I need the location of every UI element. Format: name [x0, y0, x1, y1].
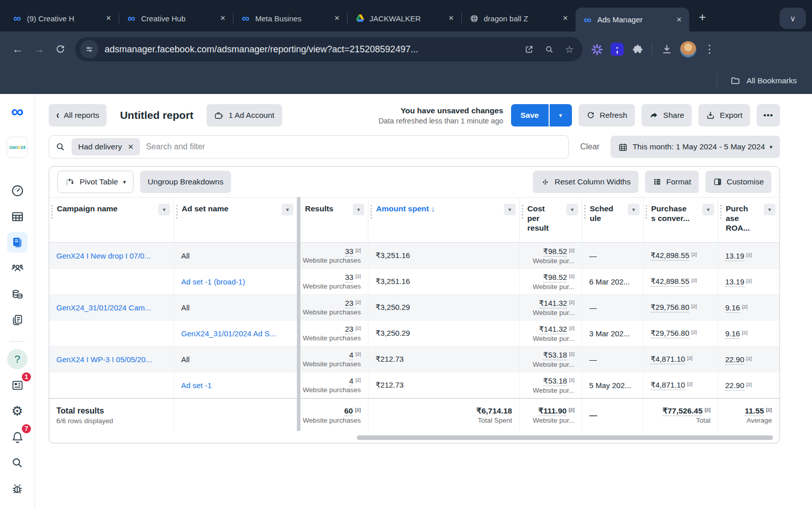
column-header-schedule[interactable]: Schedule ▾	[582, 198, 643, 242]
browser-menu-kebab-icon[interactable]: ⋮	[699, 39, 720, 60]
column-drag-handle[interactable]	[522, 204, 523, 220]
sidebar-item-report-bug[interactable]	[7, 479, 27, 499]
metric-value[interactable]: ₹98.52	[543, 273, 567, 282]
column-label[interactable]: Purchase ROA...	[726, 204, 750, 233]
metric-value[interactable]: 22.90	[725, 381, 745, 391]
new-tab-button[interactable]: +	[692, 7, 713, 27]
metric-value[interactable]: 13.19	[725, 277, 745, 287]
save-button[interactable]: Save	[511, 104, 549, 126]
column-header-campaign[interactable]: Campaign name ▾	[49, 198, 174, 242]
save-options-caret[interactable]: ▾	[550, 104, 572, 126]
metric-value[interactable]: ₹4,871.10	[651, 355, 685, 364]
tab-close-icon[interactable]: ×	[673, 14, 685, 26]
tab-close-icon[interactable]: ×	[445, 12, 457, 24]
column-drag-handle[interactable]	[720, 204, 722, 220]
all-reports-back-button[interactable]: ‹ All reports	[49, 104, 107, 126]
campaign-link[interactable]: GenX24 I WP-3 I 05/05/20...	[56, 355, 166, 364]
column-drag-handle[interactable]	[646, 204, 647, 220]
metric-value[interactable]: 9.16	[725, 329, 740, 339]
metric-value[interactable]: ₹53.18	[543, 351, 567, 360]
browser-tab[interactable]: ∞ Meta Busines ×	[233, 8, 347, 29]
metric-value[interactable]: 33	[345, 273, 354, 282]
column-header-cost-per-result[interactable]: Cost per result ▾	[519, 198, 582, 242]
metric-value[interactable]: 4	[349, 376, 353, 386]
metric-value[interactable]: 13.19	[725, 251, 745, 261]
column-header-purchases-conversion[interactable]: Purchases conver... ▾	[643, 198, 718, 242]
column-drag-handle[interactable]	[584, 204, 586, 220]
adset-link[interactable]: GenX24_31/01/2024 Ad S...	[181, 329, 290, 338]
adset-link[interactable]: Ad set -1 (broad-1)	[181, 277, 290, 286]
sidebar-item-audiences[interactable]	[7, 258, 27, 278]
column-menu-chevron-icon[interactable]: ▾	[353, 204, 364, 215]
remove-filter-icon[interactable]: ×	[128, 142, 133, 152]
profile-avatar[interactable]	[678, 39, 699, 60]
column-menu-chevron-icon[interactable]: ▾	[282, 204, 293, 215]
tab-search-button[interactable]: ∨	[780, 8, 806, 29]
metric-value[interactable]: 33	[345, 247, 354, 257]
tab-close-icon[interactable]: ×	[331, 12, 343, 24]
column-header-purchase-roas[interactable]: Purchase ROA... ▾	[718, 198, 779, 242]
browser-tab[interactable]: ∞ (9) Creative H ×	[5, 8, 119, 29]
address-bar[interactable]: adsmanager.facebook.com/adsmanager/repor…	[75, 37, 583, 61]
reset-column-widths-button[interactable]: Reset Column Widths	[533, 171, 638, 193]
meta-logo[interactable]: ∞	[11, 102, 23, 120]
ad-account-selector[interactable]: 1 Ad Account	[207, 104, 282, 126]
loom-extension-icon[interactable]	[587, 39, 607, 59]
column-drag-handle[interactable]	[51, 204, 53, 220]
open-in-new-icon[interactable]	[520, 40, 538, 58]
frozen-column-divider[interactable]	[297, 197, 300, 431]
account-avatar[interactable]: GenX24	[7, 137, 28, 158]
metric-value[interactable]: ₹29,756.80	[651, 329, 689, 338]
pivot-table-selector[interactable]: Pivot Table ▾	[57, 171, 133, 193]
metric-value[interactable]: 9.16	[725, 303, 740, 313]
url-text[interactable]: adsmanager.facebook.com/adsmanager/repor…	[100, 44, 518, 55]
metric-value[interactable]: ₹141.32	[539, 299, 567, 308]
semicolon-extension-icon[interactable]: ;	[607, 39, 627, 59]
metric-value[interactable]: ₹77,526.45	[663, 406, 703, 416]
share-button[interactable]: Share	[641, 104, 692, 126]
back-button[interactable]: ←	[7, 39, 28, 60]
downloads-button[interactable]	[656, 39, 678, 60]
customise-button[interactable]: Customise	[705, 171, 771, 193]
more-options-button[interactable]: •••	[757, 104, 780, 126]
sidebar-item-overview[interactable]	[7, 180, 27, 201]
column-header-amount-spent[interactable]: Amount spent ↓ ▾	[368, 198, 519, 242]
adset-link[interactable]: Ad set -1	[181, 381, 290, 390]
sidebar-item-updates[interactable]: 1	[7, 375, 27, 395]
metric-value[interactable]: ₹4,871.10	[651, 380, 685, 390]
campaign-link[interactable]: GenX24 I New drop I 07/0...	[56, 251, 166, 260]
column-label[interactable]: Ad set name	[182, 204, 228, 213]
metric-value[interactable]: ₹98.52	[543, 247, 567, 257]
export-button[interactable]: Export	[698, 104, 750, 126]
metric-value[interactable]: 23	[345, 325, 354, 334]
sidebar-item-campaigns[interactable]	[7, 206, 27, 227]
forward-button[interactable]: →	[28, 39, 50, 60]
reload-button[interactable]	[50, 39, 71, 60]
column-label[interactable]: Results	[305, 204, 333, 213]
sidebar-item-notifications[interactable]: 7	[7, 427, 27, 447]
refresh-button[interactable]: Refresh	[579, 104, 635, 126]
column-label[interactable]: Campaign name	[57, 204, 118, 213]
column-label[interactable]: Schedule	[590, 204, 615, 223]
column-menu-chevron-icon[interactable]: ▾	[702, 204, 714, 215]
column-label[interactable]: Cost per result	[527, 204, 556, 233]
browser-tab-active[interactable]: ∞ Ads Manager ×	[576, 8, 689, 31]
column-menu-chevron-icon[interactable]: ▾	[504, 204, 516, 215]
column-menu-chevron-icon[interactable]: ▾	[566, 204, 578, 215]
sidebar-item-settings[interactable]: ⚙	[7, 401, 27, 421]
tab-close-icon[interactable]: ×	[103, 12, 115, 24]
ungroup-breakdowns-button[interactable]: Ungroup Breakdowns	[140, 171, 231, 193]
column-label[interactable]: Purchases conver...	[651, 204, 690, 223]
metric-value[interactable]: ₹53.18	[543, 376, 567, 386]
metric-value[interactable]: ₹42,898.55	[651, 277, 689, 287]
site-settings-icon[interactable]	[80, 40, 98, 58]
all-bookmarks-label[interactable]: All Bookmarks	[747, 76, 797, 85]
search-filter-bar[interactable]: Had delivery ×	[49, 135, 569, 158]
column-menu-chevron-icon[interactable]: ▾	[158, 204, 170, 215]
sidebar-item-assets[interactable]	[7, 310, 27, 330]
metric-value[interactable]: ₹141.32	[539, 325, 567, 334]
column-menu-chevron-icon[interactable]: ▾	[628, 204, 639, 215]
column-menu-chevron-icon[interactable]: ▾	[764, 204, 775, 215]
extensions-puzzle-icon[interactable]	[627, 39, 648, 59]
metric-value[interactable]: 60	[344, 406, 353, 416]
